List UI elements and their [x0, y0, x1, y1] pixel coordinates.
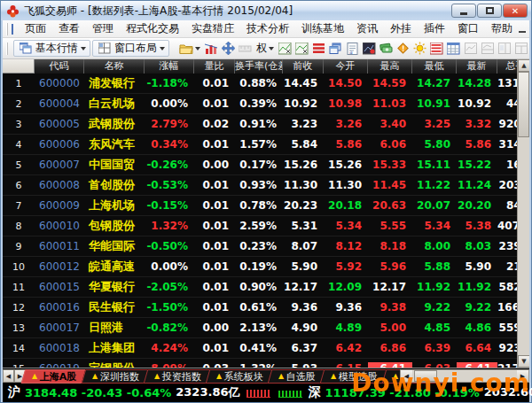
vertical-scrollbar[interactable]: ▲ ▼: [517, 59, 529, 368]
stripe-chart-icon[interactable]: [429, 41, 444, 56]
menu-item[interactable]: 窗口: [451, 19, 485, 38]
rights-adjust-button[interactable]: 权: [254, 41, 276, 56]
layout-grid-icon: [97, 41, 112, 56]
tab-label: 自选股: [286, 370, 316, 384]
bar-chart-icon[interactable]: [204, 41, 219, 56]
grid-table-icon[interactable]: [446, 41, 461, 56]
tab-模型选股[interactable]: ▲模型选股: [320, 369, 389, 384]
table-row[interactable]: 13600017日照港-0.82%0.002.13%4.904.895.004.…: [3, 318, 529, 338]
menu-item[interactable]: 技术分析: [240, 19, 295, 38]
table-row[interactable]: 14600018上港集团4.24%0.010.41%6.376.426.866.…: [3, 338, 529, 359]
warning-diamond-icon[interactable]: [395, 41, 411, 56]
minimize-button[interactable]: [451, 4, 476, 18]
money-icon[interactable]: [379, 41, 394, 56]
window-layout-button[interactable]: 窗口布局: [92, 40, 169, 57]
hscroll-right-icon[interactable]: ▶: [517, 370, 528, 382]
triangle-up-icon: ▲: [92, 373, 98, 380]
menu-item[interactable]: 实盘猎庄: [185, 19, 240, 38]
menu-item[interactable]: 程式化交易: [120, 19, 185, 38]
tab-投资指数[interactable]: ▲投资指数: [144, 369, 213, 384]
cell-ratio: 0.01: [194, 77, 235, 89]
table-row[interactable]: 4600006东风汽车0.34%0.011.57%5.845.866.065.8…: [3, 135, 529, 155]
column-header[interactable]: 量比: [194, 59, 235, 74]
column-header[interactable]: 代码: [35, 59, 84, 74]
hscroll-left-icon[interactable]: ◀: [401, 370, 412, 382]
menu-item[interactable]: 资讯: [350, 19, 384, 38]
alert-chart-icon[interactable]: [362, 41, 377, 56]
column-header[interactable]: 最低: [412, 59, 457, 74]
column-header[interactable]: 最高: [368, 59, 412, 74]
horizontal-scrollbar[interactable]: ◀ ▶: [400, 369, 529, 383]
open-folder-icon[interactable]: [178, 41, 193, 56]
table-row[interactable]: 7600009上海机场-0.15%0.010.78%20.2320.1820.6…: [3, 196, 529, 216]
menu-item[interactable]: 页面: [19, 19, 52, 38]
cell-name: 白云机场: [84, 96, 145, 112]
column-header[interactable]: 今开: [324, 59, 368, 74]
menu-item[interactable]: 外挂: [384, 19, 418, 38]
table-row[interactable]: 15600019宝钢股份8.09%0.031.32%5.936.156.416.…: [3, 359, 529, 368]
data-table-icon[interactable]: [12, 24, 13, 35]
column-header[interactable]: 名称: [84, 59, 145, 74]
formula-chart-icon[interactable]: [278, 41, 293, 56]
cell-high: 11.45: [368, 179, 412, 191]
cell-last: 11.24: [457, 179, 497, 191]
cell-open: 6.42: [324, 342, 368, 354]
mdi-minimize-icon[interactable]: [519, 31, 526, 33]
cell-last: 5.90: [457, 260, 497, 273]
formula-chart2-icon[interactable]: [294, 41, 309, 56]
tab-深圳指数[interactable]: ▲深圳指数: [81, 369, 150, 384]
tab-自选股[interactable]: ▲自选股: [268, 369, 327, 384]
table-row[interactable]: 5600007中国国贸-0.26%0.000.17%15.2615.2615.3…: [3, 155, 529, 175]
sun-icon[interactable]: [412, 41, 427, 56]
table-corner-cell[interactable]: [3, 59, 35, 74]
table-row[interactable]: 8600010包钢股份1.32%0.012.59%5.315.345.555.3…: [3, 216, 529, 236]
cascade-windows-icon[interactable]: [328, 41, 343, 56]
table-row[interactable]: 3600005武钢股份2.79%0.020.91%3.233.263.403.2…: [3, 114, 529, 135]
cell-idx: 1: [3, 78, 35, 89]
cell-chg: 0.00%: [145, 97, 194, 110]
tab-系统板块[interactable]: ▲系统板块: [206, 369, 275, 384]
vertical-scroll-thumb[interactable]: [518, 72, 529, 137]
scroll-up-icon[interactable]: ▲: [518, 59, 529, 72]
column-header[interactable]: 前收: [283, 59, 324, 74]
table-row[interactable]: 11600015华夏银行-2.05%0.010.90%12.1712.0912.…: [3, 277, 529, 298]
toolbar-grip[interactable]: [6, 43, 8, 55]
column-header[interactable]: 最新: [457, 59, 497, 74]
tab-scroll-left-icon[interactable]: ◀: [3, 369, 14, 383]
menu-item[interactable]: 帮助: [485, 19, 519, 38]
table-row[interactable]: 6600008首创股份-0.53%0.010.93%11.3011.3011.4…: [3, 175, 529, 196]
document-icon[interactable]: a: [345, 41, 360, 56]
cell-code: 600005: [35, 118, 84, 130]
cell-prev: 15.26: [283, 159, 324, 171]
cell-prev: 10.92: [283, 97, 324, 110]
scroll-down-icon[interactable]: ▼: [518, 355, 529, 368]
chevron-down-icon: [269, 47, 274, 50]
table-row[interactable]: 2600004白云机场0.00%0.010.39%10.9210.9811.03…: [3, 94, 529, 114]
column-header[interactable]: 涨幅: [145, 59, 194, 74]
cell-chg: -2.05%: [145, 281, 194, 293]
table-row[interactable]: 1600000浦发银行-1.18%0.010.88%14.4514.5014.5…: [3, 74, 529, 94]
chevron-down-icon[interactable]: [195, 47, 200, 50]
basic-quotes-button[interactable]: 基本行情: [13, 40, 90, 57]
column-header[interactable]: 换手率(仓差: [235, 59, 283, 74]
menu-item[interactable]: 插件: [418, 19, 451, 38]
tab-上海A股[interactable]: ▲上海A股: [21, 369, 88, 384]
restore-button[interactable]: [477, 4, 502, 18]
table-row[interactable]: 12600016民生银行-1.50%0.010.61%9.369.369.389…: [3, 298, 529, 318]
cell-high: 5.96: [368, 260, 412, 273]
menu-item[interactable]: 查看: [52, 19, 86, 38]
table-row[interactable]: 9600011华能国际-0.50%0.010.23%8.078.128.188.…: [3, 236, 529, 257]
menu-item[interactable]: 训练基地: [295, 19, 350, 38]
cell-name: 东风汽车: [84, 136, 145, 152]
move-cross-icon[interactable]: [221, 41, 236, 56]
table-row[interactable]: 10600012皖通高速0.00%0.010.19%5.905.925.965.…: [3, 257, 529, 277]
horizontal-scroll-thumb[interactable]: [414, 370, 437, 382]
close-button[interactable]: ✕: [503, 4, 528, 18]
menubar-grip[interactable]: [6, 23, 8, 35]
cell-code: 600004: [35, 97, 84, 110]
sheet-tab-bar: ◀ ▶ ▲上海A股▲深圳指数▲投资指数▲系统板块▲自选股▲模型选股▲分类板块 ◀…: [3, 368, 529, 383]
cell-open: 8.12: [324, 240, 368, 252]
menu-item[interactable]: 管理: [86, 19, 120, 38]
cell-code: 600012: [35, 260, 84, 273]
list-icon[interactable]: [311, 41, 326, 56]
